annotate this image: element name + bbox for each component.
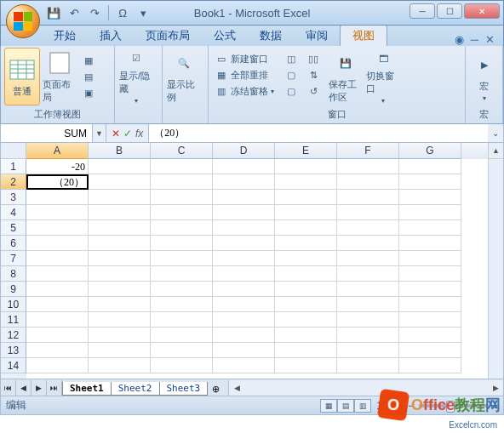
cell[interactable]: [213, 205, 275, 220]
select-all-button[interactable]: [1, 143, 26, 159]
cell[interactable]: [275, 251, 337, 266]
cell[interactable]: [213, 159, 275, 174]
cell[interactable]: [89, 343, 151, 358]
cell[interactable]: [151, 282, 213, 297]
cell[interactable]: [89, 282, 151, 297]
pagelayout-view-button[interactable]: 页面布局: [42, 48, 77, 105]
cell[interactable]: [151, 328, 213, 343]
view-pagelayout-button[interactable]: ▤: [337, 399, 354, 413]
cell[interactable]: [26, 343, 89, 358]
sheet-nav-first[interactable]: ⏮: [1, 380, 16, 396]
cell[interactable]: [399, 297, 461, 312]
cell[interactable]: [399, 251, 461, 266]
cell[interactable]: [26, 297, 89, 312]
cell[interactable]: [89, 205, 151, 220]
cell[interactable]: [399, 282, 461, 297]
formula-expand-icon[interactable]: ⌄: [488, 124, 503, 142]
views-more-button[interactable]: ▦: [79, 53, 98, 68]
cell-a1[interactable]: -20: [26, 159, 89, 174]
cell[interactable]: [26, 312, 89, 328]
cell[interactable]: [89, 220, 151, 236]
cell[interactable]: [26, 328, 89, 343]
cell[interactable]: [26, 220, 89, 236]
cell[interactable]: [89, 190, 151, 205]
cell[interactable]: [151, 266, 213, 282]
cell[interactable]: [89, 312, 151, 328]
hide-button[interactable]: ▢: [282, 67, 301, 83]
row-header-8[interactable]: 8: [1, 266, 26, 282]
cell[interactable]: [399, 159, 461, 174]
cell[interactable]: [337, 328, 399, 343]
sheet-nav-last[interactable]: ⏭: [47, 380, 62, 396]
cell[interactable]: [337, 236, 399, 251]
zoom-in-button[interactable]: +: [492, 400, 498, 412]
tab-view[interactable]: 视图: [340, 25, 387, 46]
zoom-slider[interactable]: [419, 404, 487, 407]
cell[interactable]: [399, 358, 461, 373]
col-header-d[interactable]: D: [213, 143, 275, 159]
scroll-up-button[interactable]: ▲: [488, 143, 503, 159]
save-workspace-button[interactable]: 💾 保存工作区: [328, 48, 364, 105]
cell[interactable]: [213, 266, 275, 282]
cell[interactable]: [399, 328, 461, 343]
new-window-button[interactable]: ▭新建窗口: [212, 51, 277, 66]
save-icon[interactable]: 💾: [47, 6, 60, 20]
col-header-c[interactable]: C: [151, 143, 213, 159]
cell[interactable]: [275, 328, 337, 343]
cell[interactable]: [151, 236, 213, 251]
views-fullscreen-button[interactable]: ▣: [79, 85, 98, 100]
cell[interactable]: [26, 190, 89, 205]
cell[interactable]: [275, 159, 337, 174]
undo-icon[interactable]: ↶: [67, 6, 81, 20]
col-header-g[interactable]: G: [399, 143, 461, 159]
cell[interactable]: [399, 266, 461, 282]
col-header-f[interactable]: F: [337, 143, 399, 159]
cell[interactable]: [151, 159, 213, 174]
show-hide-button[interactable]: ☑ 显示/隐藏 ▾: [118, 48, 154, 105]
minimize-button[interactable]: ─: [410, 3, 435, 19]
cell[interactable]: [213, 174, 275, 190]
row-header-12[interactable]: 12: [1, 328, 26, 343]
scroll-left-button[interactable]: ◀: [229, 380, 244, 396]
insert-sheet-button[interactable]: ⊕: [207, 383, 225, 396]
tab-pagelayout[interactable]: 页面布局: [134, 26, 202, 46]
enter-icon[interactable]: ✓: [123, 128, 132, 140]
macros-button[interactable]: ▶ 宏 ▾: [469, 48, 499, 105]
cell[interactable]: [89, 328, 151, 343]
cell[interactable]: [275, 174, 337, 190]
arrange-all-button[interactable]: ▦全部重排: [212, 67, 277, 83]
horizontal-scrollbar[interactable]: ◀ ▶: [228, 380, 503, 396]
row-header-2[interactable]: 2: [1, 174, 26, 190]
cell[interactable]: [275, 282, 337, 297]
vertical-scrollbar[interactable]: [488, 159, 503, 379]
fx-icon[interactable]: fx: [135, 128, 143, 140]
formula-input[interactable]: （20）: [149, 124, 488, 142]
row-header-6[interactable]: 6: [1, 236, 26, 251]
cell[interactable]: [275, 266, 337, 282]
cell[interactable]: [89, 174, 151, 190]
cell[interactable]: [337, 205, 399, 220]
cell[interactable]: [213, 190, 275, 205]
cell[interactable]: [151, 312, 213, 328]
cell[interactable]: [151, 205, 213, 220]
switch-window-button[interactable]: 🗔 切换窗口 ▾: [365, 48, 401, 105]
cell[interactable]: [26, 282, 89, 297]
maximize-button[interactable]: ☐: [437, 3, 462, 19]
cell[interactable]: [399, 174, 461, 190]
cell[interactable]: [337, 358, 399, 373]
tab-data[interactable]: 数据: [248, 26, 294, 46]
cell[interactable]: [337, 190, 399, 205]
cell[interactable]: [26, 358, 89, 373]
qat-dropdown-icon[interactable]: ▾: [136, 6, 150, 20]
unhide-button[interactable]: ▢: [282, 83, 301, 99]
redo-icon[interactable]: ↷: [88, 6, 101, 20]
row-header-4[interactable]: 4: [1, 205, 26, 220]
cell[interactable]: [275, 297, 337, 312]
col-header-e[interactable]: E: [275, 143, 337, 159]
col-header-a[interactable]: A: [26, 143, 89, 159]
sheet-nav-prev[interactable]: ◀: [16, 380, 32, 396]
tab-review[interactable]: 审阅: [294, 26, 340, 46]
cell[interactable]: [89, 251, 151, 266]
views-custom-button[interactable]: ▤: [79, 69, 98, 84]
cell[interactable]: [275, 205, 337, 220]
